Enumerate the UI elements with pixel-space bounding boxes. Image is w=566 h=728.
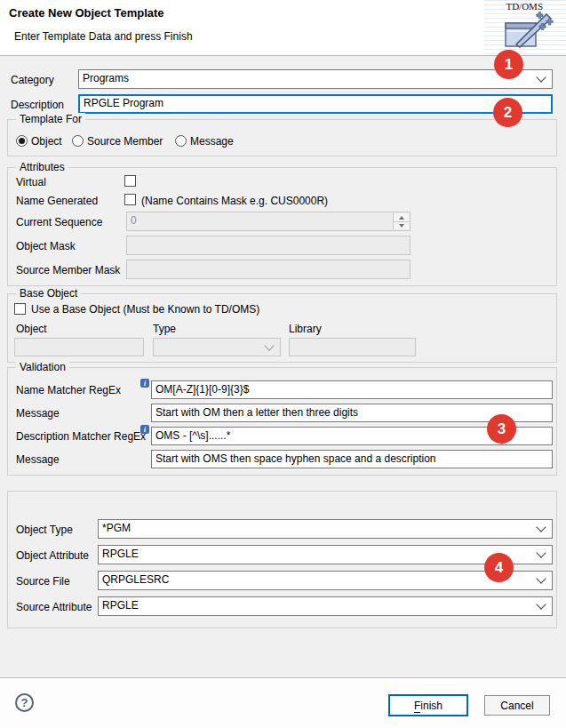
template-for-group-label: Template For <box>16 113 85 126</box>
description-matcher-regex-value: OMS - [^\s]......* <box>155 429 230 442</box>
radio-object[interactable] <box>16 135 28 147</box>
name-generated-hint: (Name Contains Mask e.g. CUS0000R) <box>141 195 328 207</box>
source-member-mask-label: Source Member Mask <box>16 264 120 276</box>
chevron-down-icon <box>536 599 546 609</box>
use-base-object-checkbox[interactable] <box>14 303 26 315</box>
spinner-down-icon[interactable] <box>394 221 409 229</box>
info-icon[interactable]: i <box>140 379 149 388</box>
cancel-button[interactable]: Cancel <box>484 695 550 716</box>
wizard-wand-icon <box>504 11 554 52</box>
category-value: Programs <box>83 72 129 84</box>
name-matcher-regex-value: OM[A-Z]{1}[0-9]{3}$ <box>155 383 249 396</box>
validation-group-label: Validation <box>16 361 69 374</box>
page-title: Create New Object Template <box>9 6 164 20</box>
object-attribute-label: Object Attribute <box>16 549 89 562</box>
source-file-select[interactable]: QRPGLESRC <box>98 571 553 590</box>
current-sequence-label: Current Sequence <box>16 216 102 228</box>
chevron-down-icon <box>264 340 274 350</box>
annotation-badge-3: 3 <box>487 414 516 444</box>
page-subtitle: Enter Template Data and press Finish <box>14 30 193 43</box>
description-input[interactable]: RPGLE Program <box>78 94 553 114</box>
category-label: Category <box>11 74 54 86</box>
annotation-badge-4: 4 <box>484 553 514 582</box>
create-new-object-template-dialog: Create New Object Template Enter Templat… <box>0 0 566 728</box>
source-attribute-select[interactable]: RPGLE <box>98 596 553 616</box>
base-object-group-label: Base Object <box>16 287 81 300</box>
name-matcher-regex-input[interactable]: OM[A-Z]{1}[0-9]{3}$ <box>151 380 553 399</box>
radio-source-member[interactable] <box>72 135 84 147</box>
base-object-library-input[interactable] <box>289 338 416 356</box>
tdoms-logo: TD/OMS <box>484 0 566 54</box>
description-matcher-regex-label: Description Matcher RegEx <box>16 430 146 443</box>
base-object-library-label: Library <box>289 323 322 335</box>
finish-button[interactable]: Finish <box>388 694 468 716</box>
name-generated-label: Name Generated <box>16 195 98 207</box>
base-object-object-input[interactable] <box>14 338 144 356</box>
attributes-group-label: Attributes <box>16 161 68 174</box>
chevron-down-icon <box>536 573 546 583</box>
virtual-checkbox[interactable] <box>124 175 136 187</box>
description-message-input[interactable]: Start with OMS then space hyphen space a… <box>151 450 553 468</box>
finish-button-label: inish <box>420 700 442 712</box>
source-member-mask-input[interactable] <box>126 260 411 279</box>
name-generated-checkbox[interactable] <box>124 194 136 205</box>
radio-message-label[interactable]: Message <box>190 135 234 148</box>
chevron-down-icon <box>536 548 546 557</box>
object-attribute-value: RPGLE <box>102 548 139 560</box>
current-sequence-value: 0 <box>131 214 137 227</box>
cancel-button-label: Cancel <box>500 700 533 712</box>
use-base-object-label: Use a Base Object (Must be Known to TD/O… <box>31 303 259 316</box>
wizard-header: Create New Object Template Enter Templat… <box>0 0 566 56</box>
help-icon[interactable]: ? <box>15 693 34 712</box>
radio-object-label[interactable]: Object <box>31 135 62 148</box>
chevron-down-icon <box>536 72 546 82</box>
object-type-value: *PGM <box>102 522 131 534</box>
object-type-select[interactable]: *PGM <box>98 519 553 539</box>
virtual-label: Virtual <box>16 176 46 188</box>
description-message-label: Message <box>16 453 60 466</box>
source-attribute-value: RPGLE <box>102 599 139 612</box>
category-select[interactable]: Programs <box>78 69 553 89</box>
info-icon[interactable]: i <box>140 425 149 434</box>
source-file-label: Source File <box>16 575 70 588</box>
base-object-object-label: Object <box>16 323 47 335</box>
chevron-down-icon <box>536 522 546 532</box>
name-message-value: Start with OM then a letter then three d… <box>155 406 358 419</box>
source-attribute-label: Source Attribute <box>16 601 92 613</box>
base-object-type-label: Type <box>153 323 176 335</box>
description-label: Description <box>11 99 64 111</box>
spinner-buttons[interactable] <box>393 213 409 229</box>
annotation-badge-2: 2 <box>493 98 522 127</box>
current-sequence-spinner[interactable]: 0 <box>126 212 411 231</box>
annotation-badge-1: 1 <box>494 50 523 79</box>
button-bar <box>0 678 566 728</box>
description-message-value: Start with OMS then space hyphen space a… <box>155 452 436 465</box>
footer-divider <box>0 677 566 678</box>
object-mask-label: Object Mask <box>16 240 76 252</box>
object-mask-input[interactable] <box>126 236 411 255</box>
name-matcher-regex-label: Name Matcher RegEx <box>16 384 121 396</box>
radio-message[interactable] <box>175 135 187 147</box>
source-file-value: QRPGLESRC <box>102 573 169 586</box>
name-message-label: Message <box>16 407 60 420</box>
object-type-label: Object Type <box>16 524 73 536</box>
base-object-type-select[interactable] <box>153 338 281 356</box>
description-value: RPGLE Program <box>84 97 163 109</box>
radio-source-member-label[interactable]: Source Member <box>87 135 163 148</box>
